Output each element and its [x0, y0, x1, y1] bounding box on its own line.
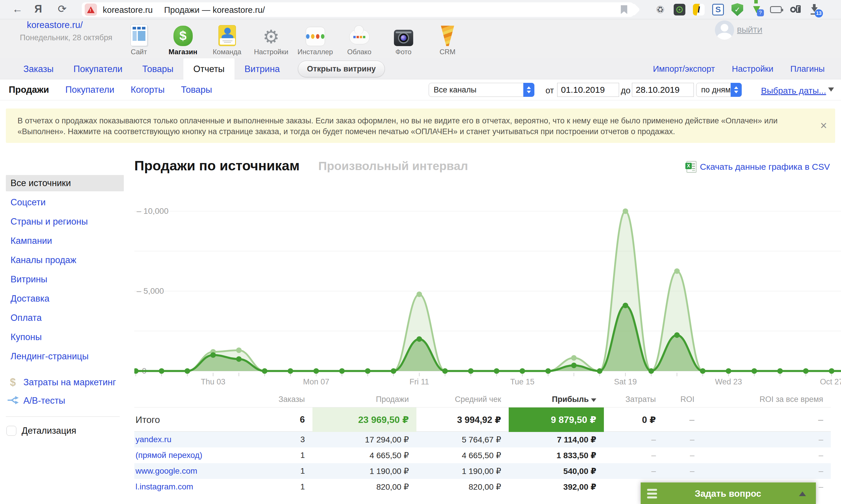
from-label: от [546, 86, 554, 95]
app-cloud[interactable]: Облако [337, 23, 381, 56]
tab-Покупатели[interactable]: Покупатели [64, 58, 133, 79]
subnav-Продажи[interactable]: Продажи [9, 85, 49, 95]
detail-checkbox-row: Детализация [6, 426, 124, 436]
l-extension-icon[interactable]: l [693, 3, 705, 16]
browser-tab[interactable]: koreastore.ru Продажи — koreastore.ru/ [82, 2, 634, 17]
sidebar-item-Все источники[interactable]: Все источники [6, 175, 124, 191]
site-icon [131, 23, 148, 46]
notice-close-icon[interactable]: × [820, 120, 827, 131]
app-crm[interactable]: CRM [426, 23, 469, 56]
download-csv-link[interactable]: Скачать данные графика в CSV [687, 161, 830, 173]
downloads-badge: 13 [815, 9, 823, 18]
battery-icon[interactable] [770, 3, 782, 16]
nav-link-Настройки[interactable]: Настройки [732, 64, 773, 74]
bookmark-icon[interactable] [621, 5, 627, 14]
s-extension-icon[interactable]: S [712, 3, 724, 16]
nav-link-Плагины[interactable]: Плагины [790, 64, 825, 74]
store-icon: $ [173, 23, 193, 46]
chat-collapse-arrow-icon [799, 491, 806, 496]
sidebar-tool-A/B-тесты[interactable]: A/B-тесты [6, 393, 124, 409]
sales-by-source-chart[interactable]: 0– 5,000– 10,000Thu 03Mon 07Fri 11Tue 15… [134, 181, 841, 389]
password-manager-icon[interactable] [789, 3, 801, 16]
to-label: до [621, 86, 631, 95]
tab-Товары[interactable]: Товары [132, 58, 183, 79]
col-header-Продажи[interactable]: Продажи [312, 395, 416, 404]
sidebar-item-Доставка[interactable]: Доставка [6, 290, 124, 307]
subnav-Товары[interactable]: Товары [181, 85, 212, 95]
channel-select[interactable]: Все каналы [429, 83, 534, 97]
yandex-icon[interactable]: Я [34, 3, 42, 15]
app-label: Облако [347, 48, 372, 56]
extension-icons: ♽ l S ? 13 [654, 2, 821, 17]
sidebar-item-Кампании[interactable]: Кампании [6, 233, 124, 249]
total-profit: 9 879,50 ₽ [509, 408, 604, 432]
col-header-ROI[interactable]: ROI [664, 395, 702, 404]
col-header-Заказы[interactable]: Заказы [222, 395, 312, 404]
subnav-Когорты[interactable]: Когорты [131, 85, 165, 95]
logout-link[interactable]: выйти [737, 26, 762, 34]
adblock-extension-icon[interactable] [673, 3, 686, 16]
savefrom-extension-icon[interactable]: ? [751, 3, 763, 16]
col-header-ROI за все время[interactable]: ROI за все время [702, 395, 831, 404]
date-to-input[interactable] [632, 83, 694, 97]
sidebar-item-Страны и регионы[interactable]: Страны и регионы [6, 214, 124, 230]
sidebar-item-Купоны[interactable]: Купоны [6, 329, 124, 345]
open-storefront-button[interactable]: Открыть витрину [298, 61, 384, 77]
col-header-Средний чек[interactable]: Средний чек [416, 395, 509, 404]
store-date: Понедельник, 28 октября [20, 33, 113, 42]
tab-domain: koreastore.ru [103, 5, 153, 15]
col-header-Затраты[interactable]: Затраты [604, 395, 664, 404]
period-select[interactable]: по дням [696, 83, 742, 97]
downloads-icon[interactable]: 13 [808, 3, 821, 16]
shield-extension-icon[interactable] [731, 3, 743, 16]
tab-Отчеты[interactable]: Отчеты [183, 58, 235, 79]
col-header-Прибыль[interactable]: Прибыль [509, 395, 604, 404]
tab-Витрина[interactable]: Витрина [235, 58, 290, 79]
recycle-extension-icon[interactable]: ♽ [654, 3, 666, 16]
source-link[interactable]: www.google.com [136, 466, 198, 475]
back-icon[interactable]: ← [12, 3, 23, 15]
tab-Заказы[interactable]: Заказы [14, 58, 64, 79]
sidebar-item-Соцсети[interactable]: Соцсети [6, 194, 124, 211]
source-link[interactable]: l.instagram.com [136, 482, 193, 491]
app-store[interactable]: $Магазин [161, 23, 205, 56]
roi-alltime-cell: – [702, 466, 831, 476]
refresh-icon[interactable]: ⟳ [58, 3, 67, 15]
source-link[interactable]: yandex.ru [136, 435, 171, 444]
sidebar-item-Витрины[interactable]: Витрины [6, 271, 124, 288]
store-url-link[interactable]: koreastore.ru/ [27, 20, 83, 30]
costs-cell: – [604, 466, 664, 476]
svg-text:Wed 23: Wed 23 [715, 377, 742, 386]
dollar-icon: $ [7, 376, 19, 389]
app-team[interactable]: Команда [205, 23, 249, 56]
source-cell: (прямой переход) [134, 451, 222, 460]
orders-cell: 1 [222, 466, 312, 476]
sidebar-items: Все источникиСоцсетиСтраны и регионыКамп… [6, 175, 124, 364]
costs-cell: – [604, 451, 664, 460]
sidebar-tool-Затраты на маркетинг[interactable]: $Затраты на маркетинг [6, 373, 124, 392]
app-installer[interactable]: Инсталлер [293, 23, 337, 56]
app-photo[interactable]: Фото [381, 23, 426, 56]
orders-cell: 3 [222, 435, 312, 444]
app-settings[interactable]: ⚙Настройки [249, 23, 293, 56]
app-site[interactable]: Сайт [117, 23, 161, 56]
avatar[interactable] [715, 20, 734, 40]
pick-dates-arrow-icon[interactable] [828, 88, 834, 92]
subnav-Покупатели[interactable]: Покупатели [65, 85, 115, 95]
orders-cell: 1 [222, 482, 312, 491]
detail-checkbox[interactable] [6, 426, 16, 436]
csv-file-icon [687, 161, 697, 173]
source-link[interactable]: (прямой переход) [136, 451, 202, 460]
pick-dates-link[interactable]: Выбрать даты... [761, 86, 826, 96]
table-total-row: Итого623 969,50 ₽3 994,92 ₽9 879,50 ₽0 ₽… [134, 407, 831, 432]
sidebar-item-Лендинг-страницы[interactable]: Лендинг-страницы [6, 348, 124, 364]
chart-svg[interactable]: 0– 5,000– 10,000Thu 03Mon 07Fri 11Tue 15… [134, 181, 841, 389]
svg-text:Fri 11: Fri 11 [409, 377, 429, 386]
ask-question-button[interactable]: Задать вопрос [641, 482, 816, 504]
nav-link-Импорт/экспорт[interactable]: Импорт/экспорт [653, 64, 715, 74]
date-from-input[interactable] [557, 83, 619, 97]
sidebar-item-Каналы продаж[interactable]: Каналы продаж [6, 252, 124, 268]
period-select-value: по дням [701, 86, 731, 94]
chat-button-label: Задать вопрос [657, 488, 799, 499]
sidebar-item-Оплата[interactable]: Оплата [6, 310, 124, 326]
